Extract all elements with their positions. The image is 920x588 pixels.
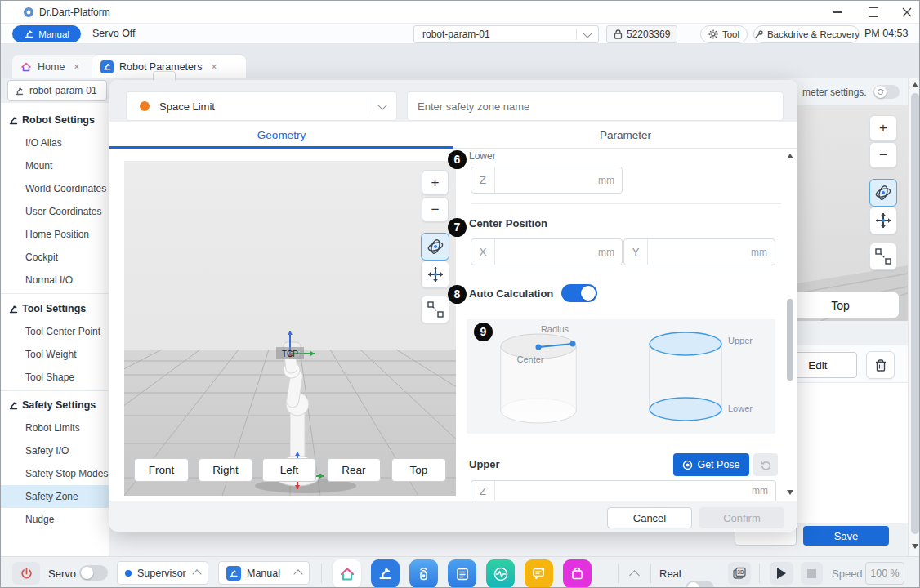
speed-label: Speed xyxy=(832,568,863,580)
auto-calculation-toggle[interactable] xyxy=(561,284,597,302)
scroll-up-icon[interactable] xyxy=(912,82,918,87)
axis-prefix: Z xyxy=(471,167,495,193)
dialog-header: Space Limit xyxy=(109,80,797,122)
param-file-label: robot-param-01 xyxy=(414,29,576,40)
dialog-scrollbar-thumb[interactable] xyxy=(787,299,793,381)
settings-sidebar: Robot Settings I/O Alias Mount World Coo… xyxy=(1,103,109,556)
dialog-scroll-up-icon[interactable] xyxy=(787,154,793,158)
zoom-in-button[interactable]: + xyxy=(422,170,449,195)
servo-toggle[interactable] xyxy=(79,565,108,581)
unit-label: mm xyxy=(598,247,622,258)
tab-robot-parameters-close-icon[interactable]: × xyxy=(211,61,217,73)
scroll-down-icon[interactable] xyxy=(912,544,918,549)
orbit-icon xyxy=(873,183,893,203)
tcp-label: TCP xyxy=(282,350,298,359)
serial-number-chip[interactable]: 52203369 xyxy=(606,25,677,43)
axis-prefix: X xyxy=(471,239,495,265)
bg-zoom-out-button[interactable]: − xyxy=(869,142,897,168)
bg-measure-button[interactable] xyxy=(869,243,897,270)
mode-label: Manual xyxy=(38,29,69,39)
zoom-out-button[interactable]: − xyxy=(422,197,449,222)
app-scrollbar-thumb[interactable] xyxy=(911,93,919,534)
center-label: Center xyxy=(516,354,543,364)
speed-value-badge[interactable]: 100 % xyxy=(865,562,904,585)
app-store-icon[interactable] xyxy=(563,559,592,588)
upper-section-label: Upper xyxy=(469,458,500,470)
view-right-button[interactable]: Right xyxy=(199,458,252,482)
breadcrumb-label: robot-param-01 xyxy=(29,85,97,96)
annotation-badge-9: 9 xyxy=(474,323,493,341)
tab-home-close-icon[interactable]: × xyxy=(74,61,79,73)
backdrive-recovery-button[interactable]: Backdrive & Recovery xyxy=(753,25,860,43)
power-button[interactable] xyxy=(12,562,40,585)
tab-parameter[interactable]: Parameter xyxy=(453,122,797,149)
bg-top-view-button[interactable]: Top xyxy=(781,292,900,318)
param-file-select[interactable]: robot-param-01 xyxy=(413,25,599,43)
bottom-bar: Servo Supervisor Manual xyxy=(1,556,920,588)
power-icon xyxy=(20,568,33,580)
dock-collapse-icon[interactable] xyxy=(631,568,638,582)
settings-toggle[interactable] xyxy=(873,85,900,99)
real-mode-label: Real xyxy=(659,568,681,580)
dialog-tab-row: Geometry Parameter xyxy=(109,122,797,149)
real-toggle[interactable] xyxy=(686,581,714,588)
tab-geometry[interactable]: Geometry xyxy=(109,122,453,149)
view-top-button[interactable]: Top xyxy=(391,458,446,482)
app-home-icon[interactable] xyxy=(333,559,361,588)
3d-view-button[interactable]: 3D xyxy=(728,562,751,585)
pan-view-button[interactable] xyxy=(421,261,449,288)
center-y-input[interactable] xyxy=(648,239,751,265)
app-message-icon[interactable] xyxy=(525,559,553,588)
get-pose-button[interactable]: Get Pose xyxy=(673,453,749,476)
bg-panel-strip xyxy=(797,321,908,345)
bg-pan-view-button[interactable] xyxy=(869,207,897,234)
zone-name-input[interactable] xyxy=(407,91,784,121)
cancel-button[interactable]: Cancel xyxy=(607,507,692,528)
chevron-down-icon xyxy=(583,29,592,38)
app-robot-parameters-icon[interactable] xyxy=(371,559,400,588)
view-rear-button[interactable]: Rear xyxy=(327,458,381,482)
tool-button[interactable]: Tool xyxy=(700,25,748,43)
robot-file-icon xyxy=(14,86,25,96)
measure-button[interactable] xyxy=(421,296,449,323)
bg-rotate-view-button[interactable] xyxy=(869,179,897,207)
minimize-button[interactable] xyxy=(824,2,849,22)
app-task-icon[interactable] xyxy=(448,559,476,588)
close-button[interactable] xyxy=(895,2,919,22)
view-front-button[interactable]: Front xyxy=(134,458,189,482)
app-monitor-icon[interactable] xyxy=(486,559,515,588)
dialog-scroll-down-icon[interactable] xyxy=(787,490,793,495)
tab-home[interactable]: Home × xyxy=(12,55,104,78)
dialog-3d-viewport[interactable]: TCP BASE Front Right Left Rear Top xyxy=(124,161,456,496)
mode-select[interactable]: Manual xyxy=(218,561,310,585)
reset-icon xyxy=(877,88,884,96)
undo-pose-button[interactable] xyxy=(753,453,778,476)
role-select[interactable]: Supervisor xyxy=(117,561,208,585)
view-left-button[interactable]: Left xyxy=(262,458,316,482)
center-x-field: X mm xyxy=(471,238,623,265)
pan-icon xyxy=(874,212,892,229)
zone-type-select[interactable]: Space Limit xyxy=(126,91,397,121)
delete-zone-button[interactable] xyxy=(866,351,895,379)
app-jog-icon[interactable] xyxy=(409,559,438,588)
save-button[interactable]: Save xyxy=(803,526,889,546)
active-tab-underline xyxy=(109,146,453,149)
bg-zoom-in-button[interactable]: + xyxy=(869,115,897,141)
stop-button[interactable] xyxy=(801,562,823,585)
breadcrumb[interactable]: robot-param-01 xyxy=(7,80,107,101)
maximize-button[interactable] xyxy=(861,2,886,22)
confirm-button[interactable]: Confirm xyxy=(699,507,784,528)
rotate-view-button[interactable] xyxy=(421,233,449,261)
unit-label: mm xyxy=(752,485,775,497)
lower-z-field: Z mm xyxy=(471,167,623,194)
lower-z-input[interactable] xyxy=(495,167,598,193)
center-y-field: Y mm xyxy=(623,238,775,265)
app-scrollbar[interactable] xyxy=(908,78,920,556)
play-button[interactable] xyxy=(770,562,793,585)
undo-icon xyxy=(760,459,771,470)
app-logo-icon xyxy=(23,7,34,21)
center-position-label: Center Position xyxy=(469,217,547,229)
mode-manual-button[interactable]: Manual xyxy=(12,25,81,42)
center-x-input[interactable] xyxy=(495,239,598,265)
upper-z-input[interactable] xyxy=(495,481,752,501)
